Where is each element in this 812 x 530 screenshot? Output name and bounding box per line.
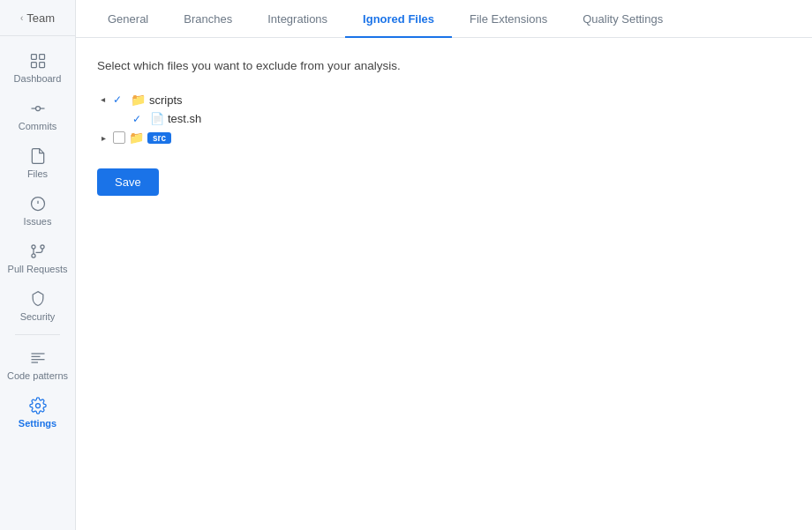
tree-row-src: ▸ 📁 src <box>97 128 791 147</box>
checkbox-src[interactable] <box>113 131 125 144</box>
team-label: Team <box>26 11 55 25</box>
pull-requests-icon <box>29 243 47 260</box>
svg-point-17 <box>35 404 40 408</box>
svg-rect-2 <box>31 63 36 68</box>
sidebar-item-label: Pull Requests <box>8 264 68 274</box>
files-icon <box>29 147 47 165</box>
chevron-src[interactable]: ▸ <box>97 133 109 143</box>
folder-icon-scripts: 📁 <box>131 93 146 107</box>
tab-bar: General Branches Integrations Ignored Fi… <box>76 0 812 38</box>
sidebar-item-label: Settings <box>19 418 56 429</box>
file-tree: ▾ ✓ 📁 scripts ✓ 📄 test.sh ▸ 📁 src <box>97 90 791 147</box>
svg-rect-1 <box>39 55 44 60</box>
chevron-scripts[interactable]: ▾ <box>99 93 109 106</box>
svg-rect-0 <box>31 55 36 60</box>
security-icon <box>29 290 47 308</box>
badge-src: src <box>147 132 171 144</box>
save-button[interactable]: Save <box>97 168 159 196</box>
svg-point-12 <box>31 254 34 258</box>
tree-row-scripts: ▾ ✓ 📁 scripts <box>97 90 791 109</box>
sidebar-item-label: Files <box>27 168 48 179</box>
sidebar-nav: Dashboard Commits Files <box>0 36 75 530</box>
description-text: Select which files you want to exclude f… <box>97 59 791 72</box>
tree-row-testsh: ✓ 📄 test.sh <box>97 109 791 128</box>
tab-quality-settings[interactable]: Quality Settings <box>565 0 680 38</box>
svg-point-11 <box>40 245 43 249</box>
code-patterns-icon <box>29 349 47 367</box>
settings-icon <box>29 397 47 414</box>
sidebar-divider <box>15 334 60 335</box>
folder-icon-src: 📁 <box>129 131 144 145</box>
svg-rect-3 <box>39 63 44 68</box>
tab-integrations[interactable]: Integrations <box>250 0 345 38</box>
commits-icon <box>29 100 47 117</box>
filename-scripts: scripts <box>149 93 183 107</box>
main-panel: General Branches Integrations Ignored Fi… <box>76 0 812 530</box>
content-area: Select which files you want to exclude f… <box>76 38 812 530</box>
svg-point-10 <box>31 245 34 249</box>
filename-testsh: test.sh <box>168 112 201 125</box>
sidebar-item-settings[interactable]: Settings <box>0 388 75 436</box>
sidebar-item-issues[interactable]: Issues <box>0 186 75 234</box>
sidebar-item-label: Security <box>20 311 56 322</box>
sidebar-item-label: Dashboard <box>14 73 62 84</box>
issues-icon <box>29 195 47 213</box>
sidebar-item-commits[interactable]: Commits <box>0 91 75 138</box>
dashboard-icon <box>29 52 47 70</box>
sidebar-item-label: Code patterns <box>7 370 68 381</box>
check-testsh: ✓ <box>132 113 147 125</box>
team-link[interactable]: ‹ Team <box>0 0 75 36</box>
sidebar: ‹ Team Dashboard Commits <box>0 0 76 530</box>
tab-file-extensions[interactable]: File Extensions <box>452 0 565 38</box>
tab-branches[interactable]: Branches <box>166 0 250 38</box>
check-scripts: ✓ <box>113 93 127 106</box>
sidebar-item-label: Issues <box>24 216 52 227</box>
svg-point-4 <box>35 107 40 111</box>
file-icon-testsh: 📄 <box>150 112 164 125</box>
sidebar-item-code-patterns[interactable]: Code patterns <box>0 340 75 388</box>
sidebar-item-label: Commits <box>19 121 56 131</box>
tab-ignored-files[interactable]: Ignored Files <box>345 0 452 38</box>
sidebar-item-pull-requests[interactable]: Pull Requests <box>0 234 75 281</box>
sidebar-item-dashboard[interactable]: Dashboard <box>0 43 75 91</box>
back-chevron: ‹ <box>20 13 23 23</box>
tab-general[interactable]: General <box>90 0 166 38</box>
sidebar-item-files[interactable]: Files <box>0 138 75 186</box>
sidebar-item-security[interactable]: Security <box>0 281 75 329</box>
